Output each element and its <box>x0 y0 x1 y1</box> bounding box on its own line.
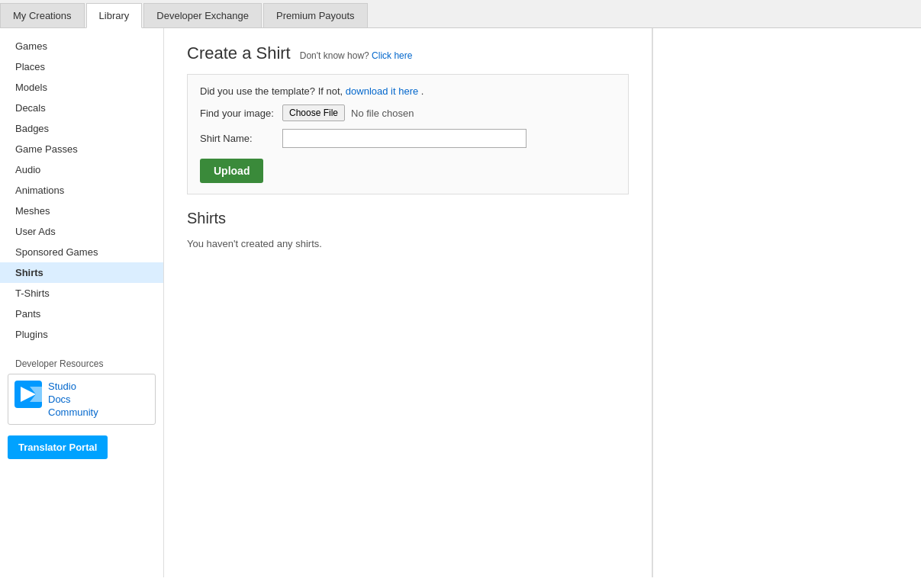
main-layout: Games Places Models Decals Badges Game P… <box>0 28 921 577</box>
template-line: Did you use the template? If not, downlo… <box>200 85 616 97</box>
shirts-section: Shirts You haven't created any shirts. <box>187 210 629 249</box>
shirt-name-label: Shirt Name: <box>200 133 276 144</box>
shirts-section-title: Shirts <box>187 210 629 227</box>
dev-link-community[interactable]: Community <box>48 406 98 418</box>
developer-resources-box: Studio Docs Community <box>8 374 156 425</box>
studio-icon <box>14 381 42 408</box>
sidebar-item-models[interactable]: Models <box>0 77 163 98</box>
create-shirt-form: Did you use the template? If not, downlo… <box>187 74 629 194</box>
sidebar-item-animations[interactable]: Animations <box>0 180 163 201</box>
sidebar-item-games[interactable]: Games <box>0 36 163 56</box>
shirt-name-input[interactable] <box>282 129 527 148</box>
sidebar-item-user-ads[interactable]: User Ads <box>0 221 163 242</box>
sidebar-item-badges[interactable]: Badges <box>0 118 163 139</box>
no-shirts-message: You haven't created any shirts. <box>187 238 629 249</box>
developer-resources-section: Developer Resources Studio Docs Communit… <box>0 358 163 425</box>
download-template-link[interactable]: download it here <box>346 85 418 97</box>
tab-premium-payouts[interactable]: Premium Payouts <box>263 3 368 27</box>
top-tabs: My Creations Library Developer Exchange … <box>0 0 921 28</box>
dont-know-how-text: Don't know how? Click here <box>300 50 413 61</box>
sidebar-item-places[interactable]: Places <box>0 56 163 77</box>
choose-file-button[interactable]: Choose File <box>282 104 345 121</box>
create-shirt-heading: Create a Shirt Don't know how? Click her… <box>187 43 629 63</box>
sidebar-item-meshes[interactable]: Meshes <box>0 201 163 221</box>
create-shirt-title: Create a Shirt <box>187 43 291 63</box>
translator-portal-button[interactable]: Translator Portal <box>8 435 108 459</box>
click-here-link[interactable]: Click here <box>372 50 412 61</box>
sidebar-item-t-shirts[interactable]: T-Shirts <box>0 283 163 304</box>
sidebar-item-shirts[interactable]: Shirts <box>0 262 163 283</box>
sidebar-item-audio[interactable]: Audio <box>0 159 163 180</box>
sidebar: Games Places Models Decals Badges Game P… <box>0 28 164 577</box>
tab-library[interactable]: Library <box>86 3 143 28</box>
dev-links: Studio Docs Community <box>48 381 98 418</box>
developer-resources-title: Developer Resources <box>8 358 156 369</box>
sidebar-item-pants[interactable]: Pants <box>0 304 163 324</box>
sidebar-item-plugins[interactable]: Plugins <box>0 324 163 345</box>
find-image-label: Find your image: <box>200 108 276 119</box>
tab-developer-exchange[interactable]: Developer Exchange <box>143 3 262 27</box>
dev-link-studio[interactable]: Studio <box>48 381 98 392</box>
dev-link-docs[interactable]: Docs <box>48 394 98 405</box>
content-area: Create a Shirt Don't know how? Click her… <box>164 28 652 577</box>
find-image-row: Find your image: Choose File No file cho… <box>200 104 616 121</box>
shirt-name-row: Shirt Name: <box>200 129 616 148</box>
sidebar-item-sponsored-games[interactable]: Sponsored Games <box>0 242 163 262</box>
right-panel <box>652 28 805 577</box>
sidebar-item-game-passes[interactable]: Game Passes <box>0 139 163 159</box>
sidebar-item-decals[interactable]: Decals <box>0 98 163 118</box>
upload-button[interactable]: Upload <box>200 159 263 183</box>
no-file-chosen-text: No file chosen <box>351 108 414 119</box>
tab-my-creations[interactable]: My Creations <box>0 3 85 27</box>
